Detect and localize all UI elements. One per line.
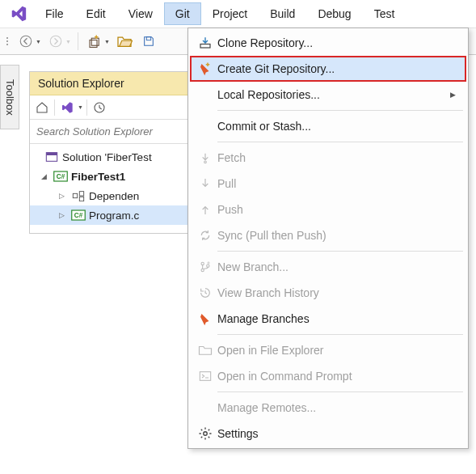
menu-settings[interactable]: Settings xyxy=(190,421,466,446)
menu-label: Local Repositories... xyxy=(217,88,450,101)
panel-title: Solution Explorer xyxy=(30,72,190,95)
solution-explorer-panel: Solution Explorer ▼ Solution 'FiberTest … xyxy=(29,71,191,234)
folder-icon xyxy=(193,341,217,360)
menu-file[interactable]: File xyxy=(34,2,75,25)
separator xyxy=(217,110,463,111)
solution-icon xyxy=(44,151,59,163)
menu-label: Manage Branches xyxy=(217,312,466,325)
create-repo-icon xyxy=(193,59,217,78)
menu-edit[interactable]: Edit xyxy=(75,2,117,25)
solution-tree: Solution 'FiberTest ◢ C# FiberTest1 ▷ De… xyxy=(30,144,190,233)
new-item-button[interactable] xyxy=(83,31,106,52)
menu-label: New Branch... xyxy=(217,260,466,273)
svg-rect-11 xyxy=(79,192,83,196)
separator xyxy=(217,251,463,252)
menu-label: Clone Repository... xyxy=(217,36,466,49)
project-node[interactable]: ◢ C# FiberTest1 xyxy=(30,167,190,186)
svg-rect-2 xyxy=(91,38,99,45)
menu-local-repositories[interactable]: Local Repositories... ▶ xyxy=(190,82,466,108)
sync-icon xyxy=(193,226,217,245)
menu-view[interactable]: View xyxy=(117,2,164,25)
separator xyxy=(217,142,463,142)
svg-rect-10 xyxy=(73,193,77,197)
search-input[interactable] xyxy=(30,120,190,144)
separator xyxy=(54,99,55,116)
svg-rect-20 xyxy=(200,372,210,381)
menu-label: View Branch History xyxy=(217,286,466,299)
menu-create-git-repository[interactable]: Create Git Repository... xyxy=(190,56,466,82)
menu-label: Fetch xyxy=(217,151,466,164)
separator xyxy=(217,334,463,335)
toolbox-tab[interactable]: Toolbox xyxy=(0,65,19,129)
menu-manage-branches[interactable]: Manage Branches xyxy=(190,306,466,332)
svg-point-0 xyxy=(20,36,32,47)
separator xyxy=(217,391,463,392)
svg-point-19 xyxy=(207,265,209,267)
svg-point-17 xyxy=(201,262,204,265)
menu-fetch: Fetch xyxy=(190,145,466,171)
home-icon[interactable] xyxy=(33,99,51,116)
tree-label: Dependen xyxy=(89,190,139,202)
svg-rect-12 xyxy=(79,197,83,201)
expand-icon[interactable]: ▷ xyxy=(59,192,68,200)
menu-git[interactable]: Git xyxy=(164,2,201,25)
menu-project[interactable]: Project xyxy=(201,2,259,25)
branches-icon xyxy=(193,309,217,328)
csharp-project-icon: C# xyxy=(53,171,68,182)
menu-label: Commit or Stash... xyxy=(217,120,466,133)
svg-text:C#: C# xyxy=(74,212,83,219)
menu-pull: Pull xyxy=(190,171,466,197)
new-branch-icon xyxy=(193,257,217,277)
dependencies-node[interactable]: ▷ Dependen xyxy=(30,186,190,205)
svg-text:C#: C# xyxy=(57,173,65,180)
svg-point-1 xyxy=(50,36,61,47)
menu-test[interactable]: Test xyxy=(363,2,406,25)
separator xyxy=(78,32,78,50)
expand-icon[interactable]: ▷ xyxy=(59,211,68,219)
vs-logo-icon xyxy=(10,5,27,23)
tree-label: Program.c xyxy=(89,209,139,222)
menu-label: Sync (Pull then Push) xyxy=(217,229,466,242)
menu-label: Settings xyxy=(217,427,466,440)
save-button[interactable] xyxy=(137,31,160,52)
blank-icon xyxy=(193,85,217,104)
nav-back-button[interactable] xyxy=(15,31,37,52)
dropdown-arrow-icon[interactable]: ▼ xyxy=(104,39,110,44)
terminal-icon xyxy=(193,366,217,386)
svg-point-16 xyxy=(204,161,207,163)
menu-build[interactable]: Build xyxy=(259,2,306,25)
svg-point-18 xyxy=(201,269,204,271)
menu-debug[interactable]: Debug xyxy=(306,2,362,25)
svg-rect-7 xyxy=(46,153,57,155)
menu-commit-stash[interactable]: Commit or Stash... xyxy=(190,113,466,139)
menu-open-file-explorer: Open in File Explorer xyxy=(190,337,466,363)
tree-label: Solution 'FiberTest xyxy=(62,151,152,163)
submenu-arrow-icon: ▶ xyxy=(450,91,466,99)
menu-label: Create Git Repository... xyxy=(217,62,466,75)
tree-label: FiberTest1 xyxy=(71,171,125,183)
separator xyxy=(86,99,87,116)
svg-rect-3 xyxy=(90,40,97,48)
menu-view-history: View Branch History xyxy=(190,280,466,306)
collapse-icon[interactable]: ◢ xyxy=(41,172,50,180)
git-dropdown-menu: Clone Repository... Create Git Repositor… xyxy=(187,28,469,449)
open-button[interactable] xyxy=(113,31,136,52)
menu-label: Pull xyxy=(217,177,466,190)
nav-forward-button[interactable] xyxy=(44,31,67,52)
dropdown-arrow-icon[interactable]: ▼ xyxy=(65,39,71,44)
solution-node[interactable]: Solution 'FiberTest xyxy=(30,147,190,167)
file-node[interactable]: ▷ C# Program.c xyxy=(30,205,190,225)
clone-icon xyxy=(193,33,217,53)
dropdown-arrow-icon[interactable]: ▼ xyxy=(78,104,83,110)
menu-label: Open in Command Prompt xyxy=(217,370,466,383)
menu-manage-remotes: Manage Remotes... xyxy=(190,395,466,421)
pending-changes-icon[interactable] xyxy=(91,99,108,116)
grip-icon xyxy=(5,32,13,50)
menu-label: Manage Remotes... xyxy=(217,401,466,414)
dropdown-arrow-icon[interactable]: ▼ xyxy=(36,39,41,44)
switch-views-icon[interactable] xyxy=(58,99,76,116)
menu-clone-repository[interactable]: Clone Repository... xyxy=(190,30,466,56)
push-icon xyxy=(193,200,217,219)
menu-push: Push xyxy=(190,197,466,222)
svg-rect-4 xyxy=(146,37,150,40)
